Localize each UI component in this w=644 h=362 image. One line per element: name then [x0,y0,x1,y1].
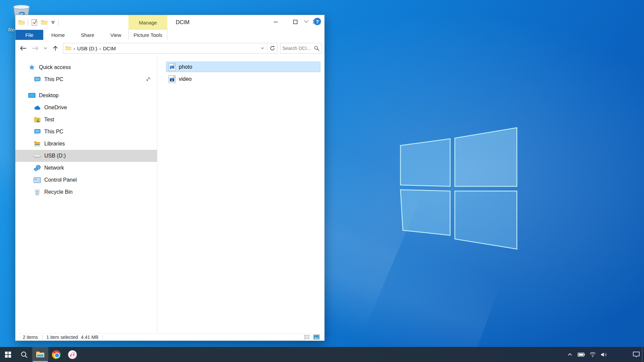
tab-file[interactable]: File [15,30,43,40]
network-icon [34,164,41,172]
breadcrumb-chevron: › [99,46,101,51]
breadcrumb-segment-usb[interactable]: USB (D:) [77,46,97,51]
sidebar-item-label: Recycle Bin [44,189,72,195]
ribbon-controls: ? [304,18,321,25]
search-input[interactable] [282,46,314,51]
address-bar[interactable]: › USB (D:) › DCIM [63,43,277,54]
tab-view[interactable]: View [102,30,129,40]
forward-button[interactable] [31,44,40,53]
chevron-down-icon [261,47,264,50]
maximize-icon [293,20,298,24]
contextual-tab-group-manage[interactable]: Manage [128,15,167,30]
file-item-photo[interactable]: photo [166,62,320,72]
customize-toolbar-chevron-icon[interactable] [51,20,55,24]
status-bar: 2 items 1 item selected 4.41 MB [15,333,324,341]
sidebar-item-usb-drive[interactable]: USB (D:) [15,150,157,162]
control-panel-icon [34,176,41,184]
wifi-indicator[interactable] [587,347,598,362]
sidebar-item-libraries[interactable]: Libraries [15,138,157,150]
file-item-video[interactable]: video [166,74,320,84]
sidebar-item-desktop[interactable]: Desktop [15,89,157,102]
sidebar-item-label: Desktop [39,93,59,99]
breadcrumb: › USB (D:) › DCIM [63,46,258,51]
back-arrow-icon [19,46,27,51]
video-file-icon [168,75,176,83]
view-switcher [304,335,320,340]
battery-indicator[interactable] [576,347,587,362]
desktop-icon [28,92,36,99]
selection-size: 4.41 MB [81,335,98,340]
toolbar-separator [28,19,28,26]
breadcrumb-segment-dcim[interactable]: DCIM [103,46,116,51]
recent-locations-button[interactable] [43,44,48,53]
sidebar-gap [15,85,157,89]
file-list-pane[interactable]: photo video [157,57,324,333]
folder-icon[interactable] [18,20,25,25]
action-center-button[interactable] [631,347,642,362]
this-pc-icon [34,128,41,135]
windows-start-icon [5,352,11,358]
address-dropdown-button[interactable] [258,43,267,53]
navigation-bar: › USB (D:) › DCIM [15,40,324,57]
pin-icon [146,76,151,82]
volume-indicator[interactable] [598,347,610,362]
sidebar-item-label: This PC [44,129,63,135]
file-explorer-window: Manage DCIM File Home Share View Picture… [15,15,325,341]
collapse-ribbon-chevron-icon[interactable] [304,20,309,23]
sidebar-item-this-pc-pinned[interactable]: This PC [15,73,157,85]
sidebar-item-control-panel[interactable]: Control Panel [15,174,157,186]
quick-access-toolbar [18,15,59,30]
sidebar-item-network[interactable]: Network [15,162,157,174]
sidebar-item-quick-access[interactable]: Quick access [15,61,157,73]
title-bar[interactable]: Manage DCIM [15,15,324,30]
recycle-bin-icon [34,188,41,196]
taskbar-itunes-button[interactable] [64,347,80,362]
status-separator [42,335,42,340]
taskbar-search-button[interactable] [16,347,32,362]
tab-share[interactable]: Share [73,30,102,40]
sidebar-item-label: USB (D:) [44,153,66,159]
action-center-icon [633,351,640,358]
refresh-icon [270,46,275,51]
search-icon [20,351,28,358]
sidebar-item-onedrive[interactable]: OneDrive [15,102,157,114]
this-pc-icon [34,76,41,83]
sidebar-item-label: Libraries [44,141,65,147]
screen: Recycle Bin [0,0,644,362]
thumbnail-view-button[interactable] [313,335,320,340]
start-button[interactable] [0,347,16,362]
sidebar-item-label: This PC [44,76,63,82]
hidden-icons-button[interactable] [564,347,576,362]
usb-drive-icon [34,152,41,160]
show-desktop-button[interactable] [642,347,644,362]
sidebar-item-test[interactable]: Test [15,114,157,126]
help-button[interactable]: ? [314,18,321,25]
folder-icon[interactable] [65,46,71,51]
sidebar-item-this-pc[interactable]: This PC [15,126,157,138]
up-button[interactable] [51,44,60,53]
ribbon-tabs: File Home Share View Picture Tools ? [15,30,324,40]
navigation-pane: Quick access This PC [15,57,157,333]
taskbar-chrome-button[interactable] [48,347,64,362]
tab-picture-tools[interactable]: Picture Tools [128,30,167,40]
search-icon[interactable] [314,46,319,51]
sidebar-item-recycle-bin[interactable]: Recycle Bin [15,186,157,198]
back-button[interactable] [19,44,28,53]
taskbar-file-explorer-button[interactable] [32,347,48,362]
breadcrumb-chevron: › [73,46,75,51]
tab-home[interactable]: Home [43,30,73,40]
minimize-icon [273,19,278,24]
details-view-button[interactable] [304,335,310,340]
properties-check-icon[interactable] [31,19,38,26]
search-box[interactable] [280,43,322,54]
onedrive-cloud-icon [34,104,41,111]
maximize-button[interactable] [285,15,305,28]
folder-icon[interactable] [41,20,48,25]
minimize-button[interactable] [266,15,285,28]
refresh-button[interactable] [267,43,277,53]
explorer-main: Quick access This PC [15,57,324,333]
up-arrow-icon [52,45,58,51]
libraries-icon [34,140,41,147]
taskbar [0,347,644,362]
forward-arrow-icon [32,46,39,51]
